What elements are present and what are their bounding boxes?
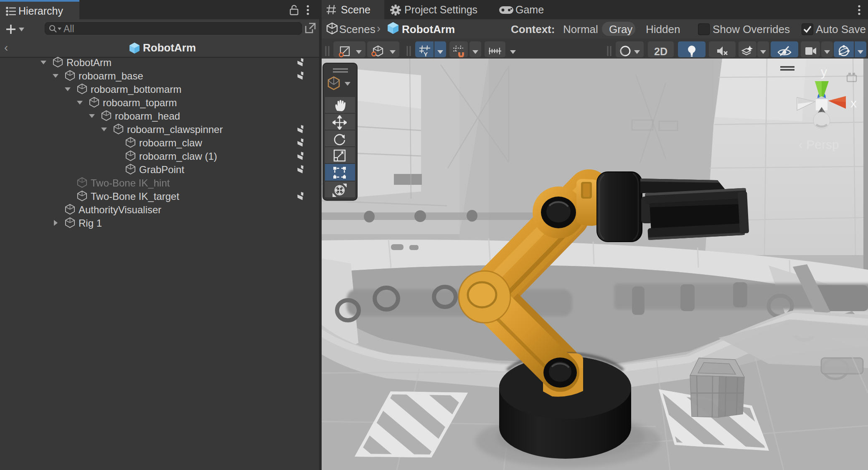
svg-text:‹ Persp: ‹ Persp	[799, 138, 839, 151]
svg-text:Y: Y	[424, 51, 428, 57]
svg-text:x: x	[850, 96, 857, 110]
svg-text:y: y	[821, 65, 827, 79]
